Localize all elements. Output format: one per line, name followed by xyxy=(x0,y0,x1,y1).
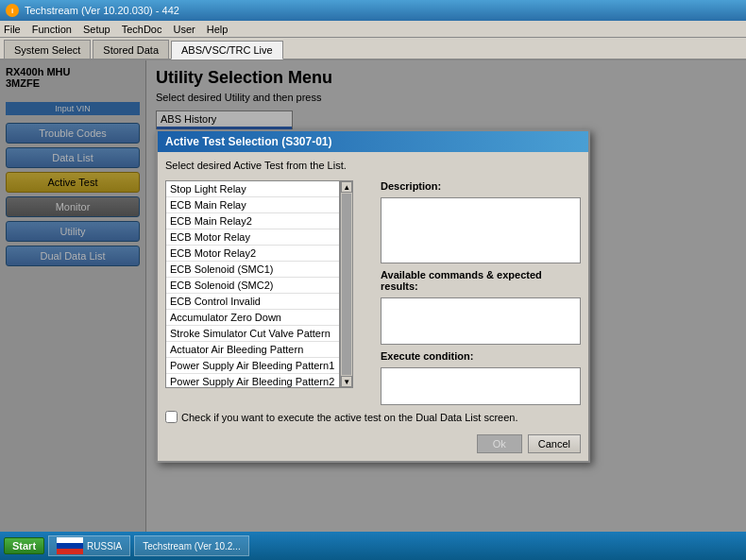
tab-system-select[interactable]: System Select xyxy=(4,40,91,59)
available-label: Available commands & expected results: xyxy=(381,269,581,292)
app-icon: i xyxy=(6,4,19,17)
dialog-subtitle: Select desired Active Test from the List… xyxy=(165,160,581,171)
test-list-item[interactable]: ECB Control Invalid xyxy=(166,294,339,310)
test-list-item[interactable]: ECB Solenoid (SMC2) xyxy=(166,278,339,294)
dual-list-checkbox[interactable] xyxy=(165,411,178,423)
taskbar: Start RUSSIA Techstream (Ver 10.2... xyxy=(0,532,746,560)
dialog-body: Select desired Active Test from the List… xyxy=(158,152,588,431)
dialog-overlay: Active Test Selection (S307-01) Select d… xyxy=(0,60,746,532)
scroll-up-btn[interactable]: ▲ xyxy=(341,181,352,193)
dialog-footer: Ok Cancel xyxy=(158,431,588,461)
dialog-columns: Stop Light RelayECB Main RelayECB Main R… xyxy=(165,180,581,405)
checkbox-label: Check if you want to execute the active … xyxy=(181,412,517,423)
test-list-item[interactable]: ECB Main Relay2 xyxy=(166,213,339,229)
russia-label: RUSSIA xyxy=(87,541,122,552)
available-box xyxy=(381,297,581,345)
tab-stored-data[interactable]: Stored Data xyxy=(93,40,169,59)
checkbox-row: Check if you want to execute the active … xyxy=(165,411,581,423)
main-content: RX400h MHU 3MZFE Input VIN Trouble Codes… xyxy=(0,60,746,532)
test-list-item[interactable]: Power Supply Air Bleeding Pattern2 xyxy=(166,374,339,388)
ok-button[interactable]: Ok xyxy=(477,434,522,453)
scroll-down-btn[interactable]: ▼ xyxy=(341,376,352,387)
title-bar: i Techstream (Ver 10.20.030) - 442 xyxy=(0,0,746,21)
scrollbar[interactable]: ▲ ▼ xyxy=(340,180,353,388)
dialog-title: Active Test Selection (S307-01) xyxy=(165,135,332,148)
description-label: Description: xyxy=(381,180,581,192)
window-title: Techstream (Ver 10.20.030) - 442 xyxy=(25,5,179,16)
test-list-item[interactable]: ECB Solenoid (SMC1) xyxy=(166,262,339,278)
menu-function[interactable]: Function xyxy=(32,24,72,35)
description-panel: Description: Available commands & expect… xyxy=(381,180,581,405)
russia-flag xyxy=(57,537,83,554)
tab-bar: System Select Stored Data ABS/VSC/TRC Li… xyxy=(0,38,746,60)
test-list: Stop Light RelayECB Main RelayECB Main R… xyxy=(165,180,340,388)
cancel-button[interactable]: Cancel xyxy=(528,434,581,453)
tab-abs-vsc-trc[interactable]: ABS/VSC/TRC Live xyxy=(171,41,283,59)
taskbar-techstream[interactable]: Techstream (Ver 10.2... xyxy=(134,535,248,556)
dialog-title-bar: Active Test Selection (S307-01) xyxy=(158,131,588,152)
test-list-item[interactable]: Stroke Simulator Cut Valve Pattern xyxy=(166,326,339,342)
active-test-dialog: Active Test Selection (S307-01) Select d… xyxy=(156,129,590,463)
test-list-item[interactable]: Accumulator Zero Down xyxy=(166,310,339,326)
taskbar-russia[interactable]: RUSSIA xyxy=(48,535,130,556)
test-list-item[interactable]: ECB Motor Relay2 xyxy=(166,246,339,262)
menu-user[interactable]: User xyxy=(173,24,195,35)
test-list-item[interactable]: Actuator Air Bleeding Pattern xyxy=(166,342,339,358)
test-list-item[interactable]: ECB Motor Relay xyxy=(166,229,339,246)
execute-label: Execute condition: xyxy=(381,350,581,362)
techstream-taskbar-label: Techstream (Ver 10.2... xyxy=(143,541,240,552)
execute-box xyxy=(381,367,581,405)
menu-setup[interactable]: Setup xyxy=(83,24,110,35)
start-button[interactable]: Start xyxy=(4,537,44,554)
start-label: Start xyxy=(12,540,36,552)
test-list-item[interactable]: Stop Light Relay xyxy=(166,181,339,197)
description-box xyxy=(381,197,581,263)
test-list-container: Stop Light RelayECB Main RelayECB Main R… xyxy=(165,180,373,405)
menu-techdoc[interactable]: TechDoc xyxy=(122,24,162,35)
test-list-item[interactable]: ECB Main Relay xyxy=(166,197,339,213)
test-list-item[interactable]: Power Supply Air Bleeding Pattern1 xyxy=(166,358,339,374)
menu-help[interactable]: Help xyxy=(207,24,229,35)
scroll-thumb[interactable] xyxy=(342,194,351,375)
menu-bar: File Function Setup TechDoc User Help xyxy=(0,21,746,38)
menu-file[interactable]: File xyxy=(4,24,21,35)
